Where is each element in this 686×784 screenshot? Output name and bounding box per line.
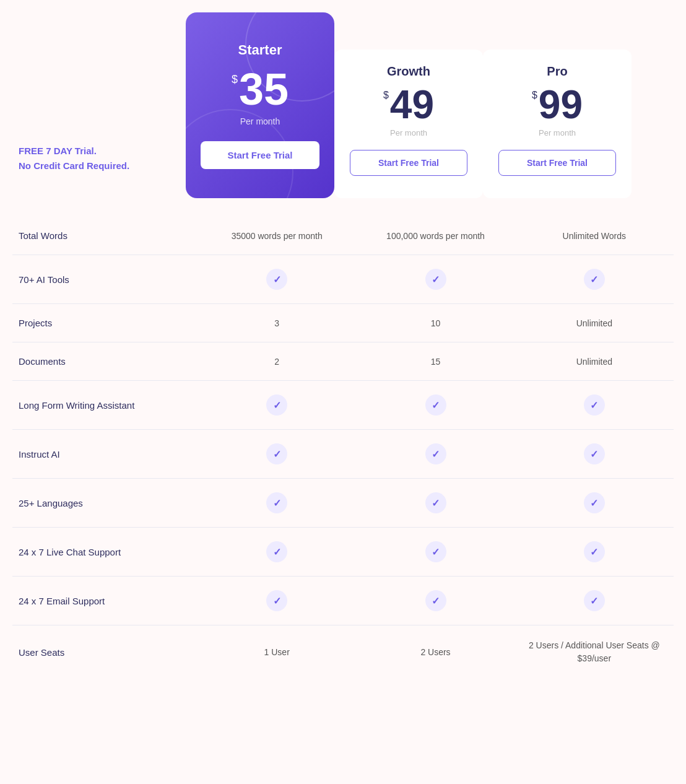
pro-period: Per month xyxy=(539,128,576,137)
feature-pro-6: ✓ xyxy=(515,479,674,528)
feature-row: Long Form Writing Assistant✓✓✓ xyxy=(12,381,674,430)
feature-label-2: Projects xyxy=(12,304,198,342)
plan-card-pro: Pro $ 99 Per month Start Free Trial xyxy=(483,50,632,198)
check-icon: ✓ xyxy=(266,443,287,464)
growth-cta-button[interactable]: Start Free Trial xyxy=(350,150,467,176)
growth-currency: $ xyxy=(383,90,389,101)
feature-label-9: User Seats xyxy=(12,625,198,679)
growth-price: 49 xyxy=(390,85,434,124)
starter-price-row: $ 35 xyxy=(232,67,289,111)
pro-price: 99 xyxy=(539,85,583,124)
free-trial-line1: FREE 7 DAY Trial. xyxy=(19,144,173,159)
feature-label-1: 70+ AI Tools xyxy=(12,255,198,304)
feature-label-6: 25+ Languages xyxy=(12,479,198,528)
feature-pro-5: ✓ xyxy=(515,430,674,479)
feature-growth-9: 2 Users xyxy=(356,625,514,679)
starter-period: Per month xyxy=(240,116,280,126)
feature-growth-4: ✓ xyxy=(356,381,514,430)
feature-label-4: Long Form Writing Assistant xyxy=(12,381,198,430)
check-icon: ✓ xyxy=(266,492,287,513)
feature-starter-6: ✓ xyxy=(198,479,356,528)
growth-plan-name: Growth xyxy=(387,64,430,79)
pro-plan-name: Pro xyxy=(547,64,567,79)
feature-pro-8: ✓ xyxy=(515,577,674,625)
check-icon: ✓ xyxy=(266,590,287,611)
starter-plan-name: Starter xyxy=(238,42,282,58)
feature-pro-7: ✓ xyxy=(515,528,674,577)
feature-growth-2: 10 xyxy=(356,304,514,342)
growth-period: Per month xyxy=(390,128,427,137)
feature-growth-0: 100,000 words per month xyxy=(356,217,514,255)
feature-pro-4: ✓ xyxy=(515,381,674,430)
plan-card-growth: Growth $ 49 Per month Start Free Trial xyxy=(334,50,483,198)
feature-row: Projects310Unlimited xyxy=(12,304,674,342)
feature-starter-3: 2 xyxy=(198,342,356,381)
check-icon: ✓ xyxy=(584,541,605,562)
feature-growth-5: ✓ xyxy=(356,430,514,479)
feature-row: Total Words35000 words per month100,000 … xyxy=(12,217,674,255)
feature-starter-4: ✓ xyxy=(198,381,356,430)
feature-row: 24 x 7 Email Support✓✓✓ xyxy=(12,577,674,625)
feature-growth-3: 15 xyxy=(356,342,514,381)
feature-starter-5: ✓ xyxy=(198,430,356,479)
features-table: Total Words35000 words per month100,000 … xyxy=(12,217,674,679)
pricing-header: FREE 7 DAY Trial. No Credit Card Require… xyxy=(12,12,674,198)
feature-starter-1: ✓ xyxy=(198,255,356,304)
feature-row: Instruct AI✓✓✓ xyxy=(12,430,674,479)
growth-price-row: $ 49 xyxy=(383,85,434,124)
feature-pro-9: 2 Users / Additional User Seats @ $39/us… xyxy=(515,625,674,679)
feature-growth-1: ✓ xyxy=(356,255,514,304)
check-icon: ✓ xyxy=(425,590,446,611)
check-icon: ✓ xyxy=(584,590,605,611)
plan-card-starter: Starter $ 35 Per month Start Free Trial xyxy=(186,12,334,198)
feature-pro-0: Unlimited Words xyxy=(515,217,674,255)
pro-currency: $ xyxy=(532,90,537,101)
feature-growth-7: ✓ xyxy=(356,528,514,577)
check-icon: ✓ xyxy=(584,443,605,464)
feature-starter-9: 1 User xyxy=(198,625,356,679)
check-icon: ✓ xyxy=(266,269,287,290)
feature-growth-8: ✓ xyxy=(356,577,514,625)
feature-starter-0: 35000 words per month xyxy=(198,217,356,255)
feature-row: 70+ AI Tools✓✓✓ xyxy=(12,255,674,304)
feature-starter-8: ✓ xyxy=(198,577,356,625)
check-icon: ✓ xyxy=(425,541,446,562)
feature-growth-6: ✓ xyxy=(356,479,514,528)
free-trial-note: FREE 7 DAY Trial. No Credit Card Require… xyxy=(12,131,186,198)
starter-cta-button[interactable]: Start Free Trial xyxy=(201,141,319,169)
feature-label-5: Instruct AI xyxy=(12,430,198,479)
feature-starter-7: ✓ xyxy=(198,528,356,577)
check-icon: ✓ xyxy=(266,394,287,416)
feature-label-7: 24 x 7 Live Chat Support xyxy=(12,528,198,577)
check-icon: ✓ xyxy=(266,541,287,562)
check-icon: ✓ xyxy=(425,269,446,290)
free-trial-line2: No Credit Card Required. xyxy=(19,159,173,173)
feature-row: Documents215Unlimited xyxy=(12,342,674,381)
check-icon: ✓ xyxy=(584,269,605,290)
feature-label-3: Documents xyxy=(12,342,198,381)
pro-cta-button[interactable]: Start Free Trial xyxy=(498,150,616,176)
pricing-page: FREE 7 DAY Trial. No Credit Card Require… xyxy=(0,0,686,691)
starter-price: 35 xyxy=(239,67,289,111)
feature-label-8: 24 x 7 Email Support xyxy=(12,577,198,625)
check-icon: ✓ xyxy=(425,492,446,513)
feature-starter-2: 3 xyxy=(198,304,356,342)
feature-row: 25+ Languages✓✓✓ xyxy=(12,479,674,528)
check-icon: ✓ xyxy=(425,443,446,464)
feature-pro-1: ✓ xyxy=(515,255,674,304)
feature-row: User Seats1 User2 Users2 Users / Additio… xyxy=(12,625,674,679)
pro-price-row: $ 99 xyxy=(532,85,583,124)
feature-pro-3: Unlimited xyxy=(515,342,674,381)
check-icon: ✓ xyxy=(584,394,605,416)
check-icon: ✓ xyxy=(584,492,605,513)
feature-label-0: Total Words xyxy=(12,217,198,255)
check-icon: ✓ xyxy=(425,394,446,416)
feature-row: 24 x 7 Live Chat Support✓✓✓ xyxy=(12,528,674,577)
feature-pro-2: Unlimited xyxy=(515,304,674,342)
starter-currency: $ xyxy=(232,73,238,86)
